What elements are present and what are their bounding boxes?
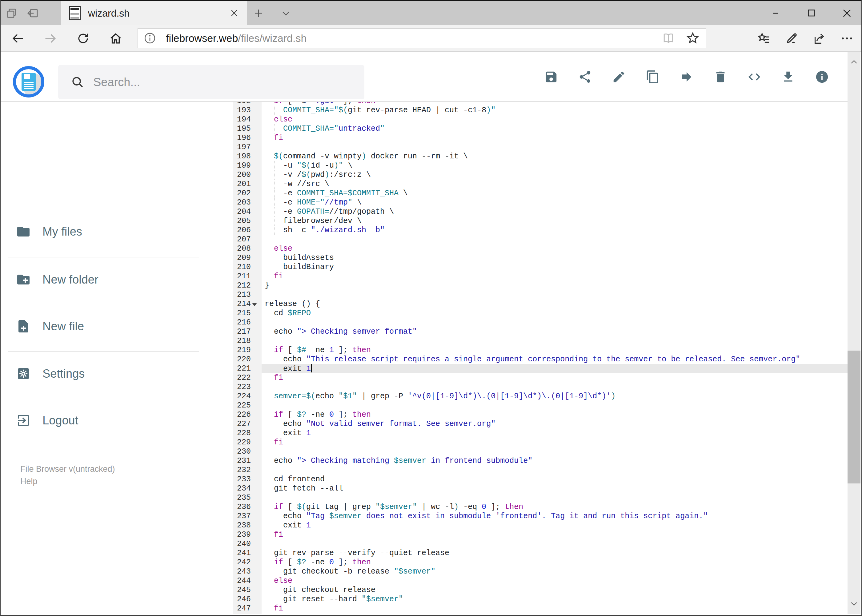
delete-button[interactable] [713, 70, 728, 84]
sidebar-item-settings[interactable]: Settings [1, 363, 204, 385]
scroll-up-icon[interactable] [848, 55, 860, 69]
code-line[interactable]: 232 [204, 466, 848, 475]
tab-wizard-sh[interactable]: wizard.sh [61, 1, 247, 25]
code-line[interactable]: 247 fi [204, 604, 848, 613]
favorite-star-icon[interactable] [686, 31, 700, 45]
help-link[interactable]: Help [20, 477, 38, 486]
reading-view-icon[interactable] [662, 31, 675, 45]
sidebar-item-new-file[interactable]: New file [1, 315, 204, 337]
sidebar-item-my-files[interactable]: My files [1, 220, 204, 243]
code-line[interactable]: 222 fi [204, 373, 848, 383]
site-info-icon[interactable] [143, 32, 156, 45]
address-bar[interactable]: filebrowser.web/files/wizard.sh [137, 28, 706, 48]
hub-icon[interactable] [757, 31, 771, 46]
code-line[interactable]: 237 echo "Tag $semver does not exist in … [204, 512, 848, 521]
code-line[interactable]: 233 cd frontend [204, 475, 848, 484]
filebrowser-logo-icon[interactable] [13, 66, 44, 97]
code-line[interactable]: 197 [204, 143, 848, 152]
code-line[interactable]: 240 [204, 539, 848, 548]
code-line[interactable]: 207 [204, 235, 848, 244]
page-scrollbar[interactable] [848, 52, 860, 614]
move-button[interactable] [679, 70, 694, 84]
code-line[interactable]: 242 if [ $? -ne 0 ]; then [204, 558, 848, 567]
home-icon[interactable] [107, 30, 124, 47]
url-text[interactable]: filebrowser.web/files/wizard.sh [166, 32, 662, 44]
sidebar-item-logout[interactable]: Logout [1, 409, 204, 432]
code-line[interactable]: 210 buildBinary [204, 262, 848, 272]
download-button[interactable] [781, 70, 795, 84]
tab-dropdown-icon[interactable] [281, 8, 291, 19]
close-icon[interactable] [841, 7, 853, 19]
edit-button[interactable] [612, 70, 626, 84]
code-line[interactable]: 209 buildAssets [204, 253, 848, 262]
code-line[interactable]: 194 else [204, 115, 848, 124]
code-line[interactable]: 243 git checkout -b release "$semver" [204, 567, 848, 576]
tab-preview-icon[interactable] [6, 7, 19, 19]
code-line[interactable]: 241 git rev-parse --verify --quiet relea… [204, 548, 848, 558]
code-editor[interactable]: 192 if [ -d ".git" ]; then193 COMMIT_SHA… [204, 102, 848, 614]
code-line[interactable]: 201 -w //src \ [204, 179, 848, 189]
search-input[interactable] [93, 75, 364, 89]
annotate-pen-icon[interactable] [785, 31, 799, 46]
code-line[interactable]: 244 else [204, 576, 848, 586]
code-line[interactable]: 229 fi [204, 438, 848, 447]
share-icon[interactable] [812, 31, 826, 46]
code-line[interactable]: 246 git reset --hard "$semver" [204, 595, 848, 604]
code-line[interactable]: 199 -u "$(id -u)" \ [204, 161, 848, 170]
copy-button[interactable] [646, 70, 660, 84]
code-line[interactable]: 219 if [ $# -ne 1 ]; then [204, 346, 848, 355]
code-line[interactable]: 234 git fetch --all [204, 484, 848, 493]
code-line[interactable]: 195 COMMIT_SHA="untracked" [204, 124, 848, 134]
maximize-icon[interactable] [806, 8, 817, 19]
fold-arrow-icon[interactable] [252, 303, 257, 306]
code-line[interactable]: 206 sh -c "./wizard.sh -b" [204, 226, 848, 235]
code-line[interactable]: 235 [204, 493, 848, 503]
code-line[interactable]: 225 [204, 401, 848, 410]
code-line[interactable]: 204 -e GOPATH=//tmp/gopath \ [204, 207, 848, 217]
code-line[interactable]: 212} [204, 281, 848, 290]
code-line[interactable]: 223 [204, 383, 848, 392]
code-line[interactable]: 213 [204, 290, 848, 300]
code-line[interactable]: 208 else [204, 244, 848, 253]
scroll-down-icon[interactable] [848, 597, 860, 610]
code-line[interactable]: 220 echo "This release script requires a… [204, 355, 848, 364]
tab-close-icon[interactable] [230, 9, 239, 18]
sidebar-item-new-folder[interactable]: New folder [1, 269, 204, 291]
share-button[interactable] [578, 70, 592, 84]
code-line[interactable]: 230 [204, 447, 848, 456]
code-line[interactable]: 193 COMMIT_SHA="$(git rev-parse HEAD | c… [204, 106, 848, 115]
code-line[interactable]: 239 fi [204, 530, 848, 539]
code-line[interactable]: 200 -v /$(pwd):/src:z \ [204, 170, 848, 179]
code-line[interactable]: 202 -e COMMIT_SHA=$COMMIT_SHA \ [204, 189, 848, 198]
code-line[interactable]: 236 if [ $(git tag | grep "$semver" | wc… [204, 503, 848, 512]
set-tabs-aside-icon[interactable] [27, 7, 39, 19]
code-line[interactable]: 216 [204, 318, 848, 327]
new-tab-icon[interactable] [253, 8, 264, 19]
forward-icon[interactable] [42, 30, 59, 47]
info-button[interactable] [815, 70, 829, 84]
code-line[interactable]: 214release () { [204, 300, 848, 309]
scrollbar-thumb[interactable] [848, 350, 860, 484]
code-button[interactable] [747, 70, 761, 84]
code-line[interactable]: 196 fi [204, 134, 848, 143]
code-line[interactable]: 198 $(command -v winpty) docker run --rm… [204, 152, 848, 161]
code-line[interactable]: 203 -e HOME="//tmp" \ [204, 198, 848, 207]
code-line[interactable]: 205 filebrowser/dev \ [204, 217, 848, 226]
search-box[interactable] [58, 65, 364, 99]
code-line[interactable]: 228 exit 1 [204, 429, 848, 438]
code-line[interactable]: 215 cd $REPO [204, 309, 848, 318]
code-line[interactable]: 238 exit 1 [204, 521, 848, 530]
refresh-icon[interactable] [74, 30, 92, 47]
code-line[interactable]: 221 exit 1 [204, 364, 848, 373]
code-line[interactable]: 231 echo "> Checking matching $semver in… [204, 456, 848, 466]
code-line[interactable]: 227 echo "Not valid semver format. See s… [204, 420, 848, 429]
code-line[interactable]: 211 fi [204, 272, 848, 281]
code-line[interactable]: 192 if [ -d ".git" ]; then [204, 102, 848, 106]
code-line[interactable]: 224 semver=$(echo "$1" | grep -P '^v(0|[… [204, 392, 848, 401]
more-icon[interactable] [840, 31, 854, 46]
code-line[interactable]: 217 echo "> Checking semver format" [204, 327, 848, 336]
code-line[interactable]: 245 git checkout release [204, 586, 848, 595]
save-button[interactable] [544, 70, 558, 84]
code-line[interactable]: 226 if [ $? -ne 0 ]; then [204, 410, 848, 420]
code-line[interactable]: 218 [204, 336, 848, 346]
